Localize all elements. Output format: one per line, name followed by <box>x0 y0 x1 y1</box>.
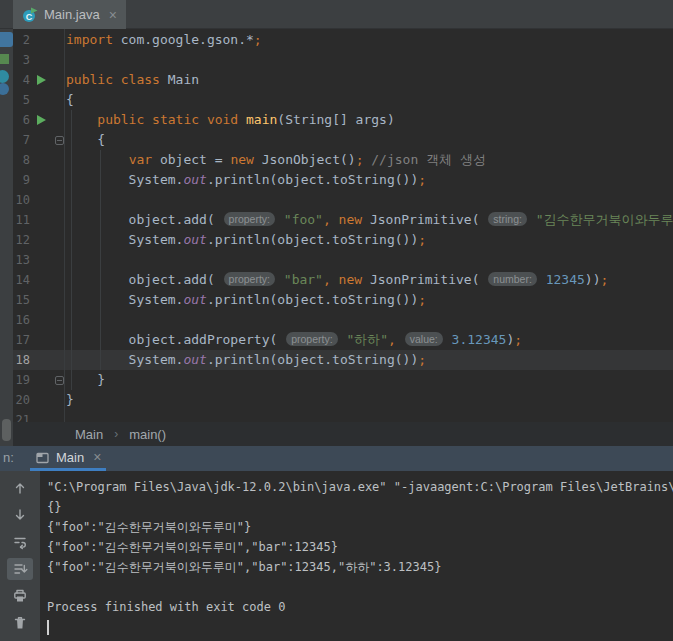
console-line: {"foo":"김수한무거북이와두루미"} <box>47 517 673 537</box>
line-number: 21 <box>13 410 30 422</box>
project-tree-icon-fragment <box>0 70 9 83</box>
line-number: 9 <box>13 170 30 190</box>
project-panel-edge <box>0 29 13 446</box>
code-text: { <box>66 90 74 110</box>
line-number: 18 <box>13 350 30 370</box>
gutter: 14 <box>13 270 66 290</box>
gutter: 11 <box>13 210 66 230</box>
line-number: 14 <box>13 270 30 290</box>
line-number: 12 <box>13 230 30 250</box>
breadcrumb-method[interactable]: main() <box>129 427 166 442</box>
code-line[interactable]: 21 <box>0 410 673 422</box>
code-line[interactable]: 2import com.google.gson.*; <box>0 30 673 50</box>
run-tab-label: Main <box>56 450 84 465</box>
print-icon[interactable] <box>7 585 33 607</box>
code-line[interactable]: 5{ <box>0 90 673 110</box>
gutter: 8 <box>13 150 66 170</box>
gutter: 15 <box>13 290 66 310</box>
gutter: 12 <box>13 230 66 250</box>
console-line <box>47 577 673 597</box>
scroll-to-end-icon[interactable] <box>7 558 33 580</box>
gutter: 17 <box>13 330 66 350</box>
run-gutter-slot <box>30 115 52 125</box>
line-number: 2 <box>13 30 30 50</box>
code-text: var object = new JsonObject(); //json 객체… <box>66 150 486 170</box>
console-line: {"foo":"김수한무거북이와두루미","bar":12345} <box>47 537 673 557</box>
console-line: "C:\Program Files\Java\jdk-12.0.2\bin\ja… <box>47 477 673 497</box>
code-text: } <box>66 390 74 410</box>
gutter: 3 <box>13 50 66 70</box>
editor-tab-bar: C Main.java × <box>0 0 673 29</box>
gutter: 6 <box>13 110 66 130</box>
run-tab-close-icon[interactable]: × <box>93 450 101 464</box>
console-line: {} <box>47 497 673 517</box>
code-line[interactable]: 7 { <box>0 130 673 150</box>
line-number: 5 <box>13 90 30 110</box>
code-text: public class Main <box>66 70 199 90</box>
project-tree-icon-fragment <box>0 32 13 47</box>
code-text: System.out.println(object.toString()); <box>66 170 426 190</box>
gutter: 9 <box>13 170 66 190</box>
code-text: object.add( property: "bar", new JsonPri… <box>66 270 608 290</box>
run-tab-main[interactable]: Main × <box>30 446 106 468</box>
code-text: System.out.println(object.toString()); <box>66 290 426 310</box>
line-number: 16 <box>13 310 30 330</box>
console-lines: "C:\Program Files\Java\jdk-12.0.2\bin\ja… <box>47 477 673 617</box>
fold-marker-icon[interactable] <box>55 136 64 145</box>
code-line[interactable]: 6 public static void main(String[] args) <box>0 110 673 130</box>
code-text: object.addProperty( property: "하하", valu… <box>66 330 522 350</box>
line-number: 3 <box>13 50 30 70</box>
soft-wrap-icon[interactable] <box>7 531 33 553</box>
gutter: 10 <box>13 190 66 210</box>
editor-tab-main-java[interactable]: C Main.java × <box>13 0 126 29</box>
ide-window: C Main.java × 2import com.google.gson.*;… <box>0 0 673 641</box>
line-number: 8 <box>13 150 30 170</box>
gutter: 7 <box>13 130 66 150</box>
line-number: 20 <box>13 390 30 410</box>
line-number: 19 <box>13 370 30 390</box>
gutter: 19 <box>13 370 66 390</box>
down-arrow-icon[interactable] <box>7 504 33 526</box>
project-tree-icon-fragment <box>0 54 9 64</box>
gutter: 16 <box>13 310 66 330</box>
editor-tab-close-icon[interactable]: × <box>109 8 117 22</box>
gutter: 5 <box>13 90 66 110</box>
code-line[interactable]: 3 <box>0 50 673 70</box>
trash-icon[interactable] <box>7 612 33 634</box>
console-line: {"foo":"김수한무거북이와두루미","bar":12345,"하하":3.… <box>47 557 673 577</box>
project-tree-icon-fragment <box>0 83 9 95</box>
code-editor[interactable]: 2import com.google.gson.*;34public class… <box>0 29 673 422</box>
line-number: 11 <box>13 210 30 230</box>
line-number: 6 <box>13 110 30 130</box>
gutter: 20 <box>13 390 66 410</box>
editor-tab-label: Main.java <box>44 7 100 22</box>
line-number: 4 <box>13 70 30 90</box>
run-arrow-icon[interactable] <box>37 75 46 85</box>
gutter: 13 <box>13 250 66 270</box>
code-text: public static void main(String[] args) <box>66 110 395 130</box>
console-caret <box>47 620 49 635</box>
project-panel-scrollbar[interactable] <box>2 419 11 441</box>
run-toolwindow-header: n: Main × <box>0 446 673 471</box>
breadcrumb: Main › main() <box>0 422 673 446</box>
code-line[interactable]: 20} <box>0 390 673 410</box>
indent-guide <box>71 110 72 390</box>
run-gutter-slot <box>30 75 52 85</box>
fold-marker-icon[interactable] <box>55 376 64 385</box>
line-number: 10 <box>13 190 30 210</box>
breadcrumb-class[interactable]: Main <box>75 427 103 442</box>
gutter-separator <box>64 29 65 422</box>
console-output[interactable]: "C:\Program Files\Java\jdk-12.0.2\bin\ja… <box>40 471 673 641</box>
console-toolbar <box>0 471 40 641</box>
up-arrow-icon[interactable] <box>7 477 33 499</box>
gutter: 2 <box>13 30 66 50</box>
code-text: System.out.println(object.toString()); <box>66 230 426 250</box>
code-text: import com.google.gson.*; <box>66 30 262 50</box>
code-line[interactable]: 19 } <box>0 370 673 390</box>
chevron-right-icon: › <box>114 427 118 441</box>
code-line[interactable]: 4public class Main <box>0 70 673 90</box>
line-number: 15 <box>13 290 30 310</box>
run-console: "C:\Program Files\Java\jdk-12.0.2\bin\ja… <box>0 471 673 641</box>
run-arrow-icon[interactable] <box>37 115 46 125</box>
java-class-run-icon: C <box>22 7 38 23</box>
